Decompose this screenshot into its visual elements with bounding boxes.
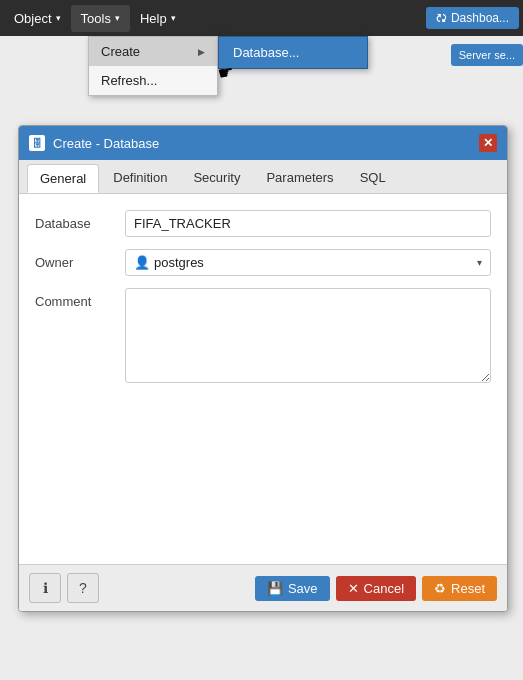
- create-label: Create: [101, 44, 140, 59]
- dashboard-button[interactable]: 🗘 Dashboa...: [426, 7, 519, 29]
- owner-dropdown-icon: ▾: [477, 257, 482, 268]
- tab-definition[interactable]: Definition: [101, 164, 179, 193]
- refresh-label: Refresh...: [101, 73, 157, 88]
- owner-select[interactable]: 👤 postgres ▾: [125, 249, 491, 276]
- cancel-button[interactable]: ✕ Cancel: [336, 576, 416, 601]
- create-database-dialog: 🗄 Create - Database ✕ General Definition…: [18, 125, 508, 612]
- tools-dropdown-menu: Create ▶ Refresh...: [88, 36, 218, 96]
- owner-row: Owner 👤 postgres ▾: [35, 249, 491, 276]
- dialog-tabs: General Definition Security Parameters S…: [19, 160, 507, 194]
- cancel-icon: ✕: [348, 581, 359, 596]
- comment-row: Comment: [35, 288, 491, 383]
- cancel-label: Cancel: [364, 581, 404, 596]
- help-icon: ?: [79, 580, 87, 596]
- comment-label: Comment: [35, 288, 125, 309]
- footer-left: ℹ ?: [29, 573, 99, 603]
- server-se-label: Server se...: [459, 49, 515, 61]
- database-label: Database: [35, 210, 125, 231]
- object-menu-arrow: ▾: [56, 13, 61, 23]
- database-input[interactable]: [125, 210, 491, 237]
- help-menu-label: Help: [140, 11, 167, 26]
- create-submenu: Database...: [218, 36, 368, 69]
- object-menu-label: Object: [14, 11, 52, 26]
- info-button[interactable]: ℹ: [29, 573, 61, 603]
- dialog-form: Database Owner 👤 postgres ▾ Comment: [19, 194, 507, 411]
- comment-textarea[interactable]: [125, 288, 491, 383]
- owner-value: postgres: [154, 255, 204, 270]
- tools-menu-label: Tools: [81, 11, 111, 26]
- create-menu-item[interactable]: Create ▶: [89, 37, 217, 66]
- dialog-footer: ℹ ? 💾 Save ✕ Cancel ♻ Reset: [19, 564, 507, 611]
- save-button[interactable]: 💾 Save: [255, 576, 330, 601]
- owner-person-icon: 👤: [134, 255, 150, 270]
- reset-button[interactable]: ♻ Reset: [422, 576, 497, 601]
- tab-sql[interactable]: SQL: [348, 164, 398, 193]
- refresh-menu-item[interactable]: Refresh...: [89, 66, 217, 95]
- object-menu[interactable]: Object ▾: [4, 5, 71, 32]
- dashboard-label: Dashboa...: [451, 11, 509, 25]
- footer-right: 💾 Save ✕ Cancel ♻ Reset: [255, 576, 497, 601]
- dialog-titlebar-left: 🗄 Create - Database: [29, 135, 159, 151]
- reset-label: Reset: [451, 581, 485, 596]
- owner-label: Owner: [35, 249, 125, 270]
- dialog-title: Create - Database: [53, 136, 159, 151]
- info-icon: ℹ: [43, 580, 48, 596]
- save-icon: 💾: [267, 581, 283, 596]
- server-se-button[interactable]: Server se...: [451, 44, 523, 66]
- server-panel: Server se...: [451, 44, 523, 66]
- database-row: Database: [35, 210, 491, 237]
- menubar: Object ▾ Tools ▾ Help ▾ 🗘 Dashboa...: [0, 0, 523, 36]
- tools-menu[interactable]: Tools ▾: [71, 5, 130, 32]
- database-submenu-label: Database...: [233, 45, 300, 60]
- tab-security[interactable]: Security: [181, 164, 252, 193]
- dialog-db-icon: 🗄: [29, 135, 45, 151]
- help-menu[interactable]: Help ▾: [130, 5, 186, 32]
- dialog-titlebar: 🗄 Create - Database ✕: [19, 126, 507, 160]
- reset-icon: ♻: [434, 581, 446, 596]
- tab-parameters[interactable]: Parameters: [254, 164, 345, 193]
- save-label: Save: [288, 581, 318, 596]
- menubar-right: 🗘 Dashboa...: [426, 7, 519, 29]
- create-submenu-arrow: ▶: [198, 47, 205, 57]
- tools-dropdown: Create ▶ Refresh... Database...: [88, 36, 368, 96]
- database-submenu-item[interactable]: Database...: [219, 37, 367, 68]
- tools-menu-arrow: ▾: [115, 13, 120, 23]
- help-button[interactable]: ?: [67, 573, 99, 603]
- help-menu-arrow: ▾: [171, 13, 176, 23]
- dialog-close-button[interactable]: ✕: [479, 134, 497, 152]
- tab-general[interactable]: General: [27, 164, 99, 193]
